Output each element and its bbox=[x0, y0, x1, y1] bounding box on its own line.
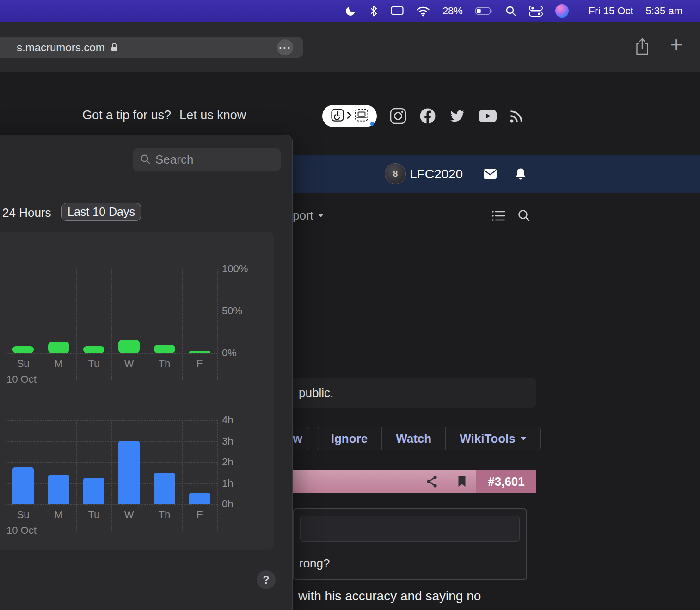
address-bar[interactable]: s.macrumors.com ··· bbox=[0, 37, 303, 58]
x-tick-label: Tu bbox=[76, 358, 111, 370]
thread-action-buttons: ew Ignore Watch WikiTools bbox=[279, 427, 541, 450]
post-number-badge[interactable]: #3,601 bbox=[476, 470, 536, 493]
new-tab-button[interactable]: + bbox=[666, 32, 687, 56]
bar-F bbox=[189, 493, 210, 504]
bar-M bbox=[48, 475, 69, 504]
forum-user-header: 8 LFC2020 bbox=[287, 155, 700, 193]
battery-icon[interactable] bbox=[475, 7, 493, 15]
x-tick-label: M bbox=[41, 358, 76, 370]
y-tick-label: 4h bbox=[222, 415, 264, 425]
page-options-button[interactable]: ··· bbox=[277, 39, 293, 55]
chevron-down-icon bbox=[318, 214, 324, 217]
quote-text: rong? bbox=[299, 556, 330, 571]
menu-bar: 28% Fri 15 Oct 5:35 am bbox=[0, 0, 700, 22]
tab-24-hours[interactable]: 24 Hours bbox=[2, 206, 51, 220]
chevron-right-icon bbox=[347, 111, 352, 121]
post-share-icon[interactable] bbox=[426, 475, 438, 490]
battery-percent: 28% bbox=[442, 5, 463, 17]
highlighted-post-header: #3,601 bbox=[293, 470, 536, 493]
do-not-disturb-moon-icon[interactable] bbox=[344, 5, 356, 17]
x-tick-label: W bbox=[111, 358, 147, 370]
bluetooth-icon[interactable] bbox=[369, 5, 378, 17]
grid-hline bbox=[6, 311, 217, 311]
share-icon[interactable] bbox=[635, 37, 649, 57]
search-placeholder: Search bbox=[155, 152, 193, 167]
wikitools-button[interactable]: WikiTools bbox=[446, 427, 541, 450]
lock-icon bbox=[111, 43, 118, 52]
messages-icon[interactable] bbox=[483, 169, 497, 181]
x-tick-label: Th bbox=[147, 509, 182, 521]
grid-hline bbox=[6, 462, 217, 463]
wheelchair-icon bbox=[331, 109, 344, 123]
notice-banner: public. bbox=[282, 378, 536, 408]
accessibility-widget-button[interactable] bbox=[322, 105, 377, 127]
spotlight-search-icon[interactable] bbox=[505, 6, 516, 17]
y-tick-label: 0h bbox=[222, 499, 264, 509]
display-mirroring-icon[interactable] bbox=[391, 6, 404, 16]
twitter-icon[interactable] bbox=[449, 109, 466, 123]
bar-W bbox=[118, 340, 140, 353]
bar-Tu bbox=[83, 346, 104, 353]
menubar-date[interactable]: Fri 15 Oct bbox=[589, 5, 633, 17]
menubar-time[interactable]: 5:35 am bbox=[646, 5, 683, 17]
forum-search-icon[interactable] bbox=[517, 209, 530, 224]
x-tick-label: Su bbox=[6, 509, 41, 521]
grid-hline bbox=[6, 353, 217, 354]
grid-vline bbox=[217, 420, 218, 531]
search-input[interactable]: Search bbox=[133, 148, 281, 171]
grid-hline bbox=[6, 420, 217, 421]
nav-dropdown-label: port bbox=[293, 208, 313, 223]
percent-usage-chart: 100%50%0%SuMTuWThF10 Oct bbox=[6, 269, 217, 353]
ignore-button[interactable]: Ignore bbox=[317, 427, 382, 450]
usage-chart-card: 100%50%0%SuMTuWThF10 Oct 4h3h2h1h0hSuMTu… bbox=[0, 232, 274, 550]
x-tick-label: Su bbox=[6, 358, 41, 370]
x-axis-annotation: 10 Oct bbox=[6, 373, 37, 385]
hours-usage-chart: 4h3h2h1h0hSuMTuWThF10 Oct bbox=[6, 420, 217, 504]
bar-F bbox=[189, 351, 210, 353]
x-tick-label: Th bbox=[147, 358, 182, 370]
y-tick-label: 50% bbox=[222, 306, 264, 316]
instagram-icon[interactable] bbox=[390, 108, 406, 124]
let-us-know-link[interactable]: Let us know bbox=[179, 108, 246, 122]
bar-Th bbox=[154, 345, 175, 353]
y-tick-label: 3h bbox=[222, 436, 264, 446]
rss-icon[interactable] bbox=[510, 110, 523, 123]
tab-last-10-days[interactable]: Last 10 Days bbox=[61, 203, 141, 221]
x-tick-label: F bbox=[182, 509, 217, 521]
wikitools-label: WikiTools bbox=[460, 432, 516, 446]
siri-icon[interactable] bbox=[555, 4, 569, 18]
tip-text: Got a tip for us? bbox=[82, 108, 171, 122]
y-tick-label: 100% bbox=[222, 264, 264, 274]
user-avatar[interactable]: 8 bbox=[385, 163, 406, 184]
thread-list-icon[interactable] bbox=[491, 210, 505, 224]
youtube-icon[interactable] bbox=[479, 109, 497, 123]
grid-vline bbox=[217, 269, 218, 380]
bookmark-icon[interactable] bbox=[457, 476, 467, 489]
notice-text: public. bbox=[299, 386, 333, 400]
y-tick-label: 2h bbox=[222, 457, 264, 467]
alerts-bell-icon[interactable] bbox=[514, 167, 527, 183]
x-tick-label: Tu bbox=[76, 509, 111, 521]
bar-W bbox=[118, 441, 140, 504]
tip-row: Got a tip for us? Let us know bbox=[82, 108, 246, 122]
bar-Su bbox=[12, 467, 34, 504]
y-tick-label: 0% bbox=[222, 348, 264, 358]
username[interactable]: LFC2020 bbox=[410, 155, 463, 193]
usage-popup-panel: Search 24 Hours Last 10 Days 100%50%0%Su… bbox=[0, 135, 293, 610]
wifi-icon[interactable] bbox=[416, 6, 430, 17]
post-body-text: with his accuracy and saying no bbox=[298, 589, 481, 604]
grid-hline bbox=[6, 269, 217, 269]
help-button[interactable]: ? bbox=[257, 570, 276, 589]
search-icon bbox=[140, 154, 150, 166]
watch-button[interactable]: Watch bbox=[382, 427, 446, 450]
y-tick-label: 1h bbox=[222, 478, 264, 488]
nav-dropdown-partial[interactable]: port bbox=[293, 208, 324, 223]
bar-M bbox=[48, 342, 69, 353]
x-axis-annotation: 10 Oct bbox=[6, 525, 37, 537]
control-center-icon[interactable] bbox=[529, 5, 543, 17]
bar-Su bbox=[12, 346, 34, 353]
grid-hline bbox=[6, 504, 217, 505]
grid-hline bbox=[6, 441, 217, 442]
facebook-icon[interactable] bbox=[419, 108, 436, 124]
browser-toolbar: s.macrumors.com ··· + bbox=[0, 22, 700, 72]
